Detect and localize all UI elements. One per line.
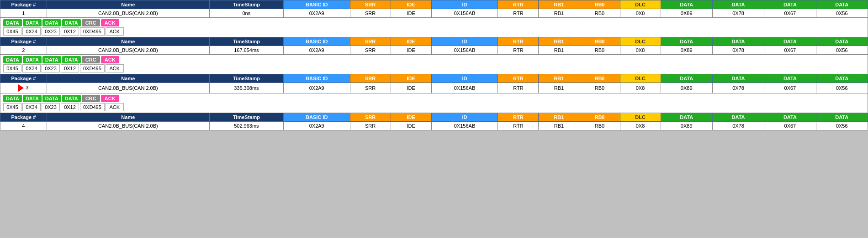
ts-header: TimeStamp bbox=[209, 0, 283, 9]
pkg-timestamp: 335.308ms bbox=[209, 83, 283, 93]
pkg-srr: SRR bbox=[350, 46, 391, 55]
seg-value: ACK bbox=[106, 64, 124, 72]
pkg-rb1: RB1 bbox=[539, 122, 579, 130]
id-header: ID bbox=[431, 74, 498, 83]
srr-header: SRR bbox=[350, 74, 391, 83]
seg-value: 0X23 bbox=[42, 64, 60, 72]
rtr-header: RTR bbox=[498, 0, 539, 9]
pkg-rb0: RB0 bbox=[579, 46, 620, 55]
seg-label: DATA bbox=[62, 56, 81, 63]
pkg-timestamp: 502.963ms bbox=[209, 122, 283, 130]
ts-header: TimeStamp bbox=[209, 113, 283, 122]
data3-header: DATA bbox=[764, 74, 816, 83]
seg-value: 0X45 bbox=[3, 103, 21, 111]
seg-value: ACK bbox=[106, 27, 124, 36]
srr-header: SRR bbox=[350, 0, 391, 9]
segment-cell: DATADATADATADATACRCACK 0X450X340X230X120… bbox=[0, 18, 868, 37]
segment-labels: DATADATADATADATACRCACK bbox=[3, 19, 865, 26]
seg-value: 0X34 bbox=[22, 27, 41, 36]
pkg-header: Package # bbox=[0, 113, 47, 122]
ts-header: TimeStamp bbox=[209, 37, 283, 46]
seg-label: CRC bbox=[82, 95, 100, 102]
seg-label: DATA bbox=[42, 95, 61, 102]
ts-header: TimeStamp bbox=[209, 74, 283, 83]
seg-value: 0X12 bbox=[61, 103, 79, 111]
pkg-timestamp: 167.654ms bbox=[209, 46, 283, 55]
seg-value: 0XD495 bbox=[80, 64, 105, 72]
data1-header: DATA bbox=[661, 37, 712, 46]
pkg-srr: SRR bbox=[350, 122, 391, 130]
seg-label: CRC bbox=[82, 56, 100, 63]
data2-header: DATA bbox=[712, 113, 764, 122]
segment-labels: DATADATADATADATACRCACK bbox=[3, 95, 865, 102]
pkg-num: 3 bbox=[0, 83, 47, 93]
name-header: Name bbox=[47, 0, 209, 9]
segment-cell: DATADATADATADATACRCACK 0X450X340X230X120… bbox=[0, 55, 868, 74]
seg-value: 0XD495 bbox=[80, 103, 105, 111]
seg-label: DATA bbox=[3, 56, 22, 63]
pkg-id: 0X156AB bbox=[431, 9, 498, 18]
pkg-data1: 0X89 bbox=[661, 83, 712, 93]
data2-header: DATA bbox=[712, 37, 764, 46]
seg-label: ACK bbox=[101, 95, 119, 102]
seg-value: 0X12 bbox=[61, 27, 79, 36]
dlc-header: DLC bbox=[620, 74, 661, 83]
dlc-header: DLC bbox=[620, 0, 661, 9]
pkg-rtr: RTR bbox=[498, 122, 539, 130]
pkg-timestamp: 0ns bbox=[209, 9, 283, 18]
data-row: 2 CAN2.0B_BUS(CAN 2.0B) 167.654ms 0X2A9 … bbox=[0, 46, 868, 55]
pkg-data2: 0X78 bbox=[712, 46, 764, 55]
pkg-name: CAN2.0B_BUS(CAN 2.0B) bbox=[47, 9, 209, 18]
pkg-num: 2 bbox=[0, 46, 47, 55]
pkg-data3: 0X67 bbox=[764, 46, 816, 55]
segment-values: 0X450X340X230X120XD495ACK bbox=[3, 103, 865, 111]
basic-id-header: BASIC ID bbox=[283, 113, 350, 122]
dlc-header: DLC bbox=[620, 113, 661, 122]
pkg-id: 0X156AB bbox=[431, 122, 498, 130]
pkg-srr: SRR bbox=[350, 83, 391, 93]
pkg-name: CAN2.0B_BUS(CAN 2.0B) bbox=[47, 122, 209, 130]
pkg-id: 0X156AB bbox=[431, 83, 498, 93]
pkg-dlc: 0X8 bbox=[620, 9, 661, 18]
rb1-header: RB1 bbox=[539, 113, 579, 122]
pkg-ide: IDE bbox=[391, 9, 431, 18]
pkg-rb1: RB1 bbox=[539, 9, 579, 18]
data3-header: DATA bbox=[764, 113, 816, 122]
seg-label: DATA bbox=[23, 19, 42, 26]
pkg-rb0: RB0 bbox=[579, 83, 620, 93]
pkg-data2: 0X78 bbox=[712, 122, 764, 130]
seg-value: 0XD495 bbox=[80, 27, 105, 36]
data4-header: DATA bbox=[816, 0, 868, 9]
pkg-rtr: RTR bbox=[498, 46, 539, 55]
header-row: Package # Name TimeStamp BASIC ID SRR ID… bbox=[0, 74, 868, 83]
pkg-rb0: RB0 bbox=[579, 122, 620, 130]
pkg-name: CAN2.0B_BUS(CAN 2.0B) bbox=[47, 46, 209, 55]
srr-header: SRR bbox=[350, 37, 391, 46]
pkg-data1: 0X89 bbox=[661, 9, 712, 18]
data1-header: DATA bbox=[661, 113, 712, 122]
rb1-header: RB1 bbox=[539, 0, 579, 9]
pkg-data2: 0X78 bbox=[712, 9, 764, 18]
rtr-header: RTR bbox=[498, 113, 539, 122]
pkg-header: Package # bbox=[0, 37, 47, 46]
segment-labels: DATADATADATADATACRCACK bbox=[3, 56, 865, 63]
data1-header: DATA bbox=[661, 0, 712, 9]
pkg-rtr: RTR bbox=[498, 9, 539, 18]
rb1-header: RB1 bbox=[539, 37, 579, 46]
name-header: Name bbox=[47, 37, 209, 46]
segment-cell: DATADATADATADATACRCACK 0X450X340X230X120… bbox=[0, 93, 868, 113]
seg-label: DATA bbox=[62, 95, 81, 102]
segment-container: DATADATADATADATACRCACK 0X450X340X230X120… bbox=[3, 56, 865, 72]
pkg-header: Package # bbox=[0, 0, 47, 9]
pkg-data4: 0X56 bbox=[816, 122, 868, 130]
seg-label: DATA bbox=[42, 56, 61, 63]
ide-header: IDE bbox=[391, 0, 431, 9]
header-row: Package # Name TimeStamp BASIC ID SRR ID… bbox=[0, 37, 868, 46]
basic-id-header: BASIC ID bbox=[283, 0, 350, 9]
seg-label: CRC bbox=[82, 19, 100, 26]
pkg-data3: 0X67 bbox=[764, 83, 816, 93]
seg-label: ACK bbox=[101, 19, 119, 26]
seg-value: 0X12 bbox=[61, 64, 79, 72]
pkg-data1: 0X89 bbox=[661, 122, 712, 130]
data4-header: DATA bbox=[816, 37, 868, 46]
